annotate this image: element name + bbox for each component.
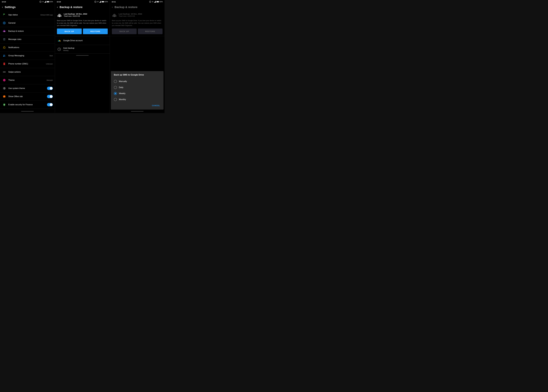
signal-icon [44,1,46,3]
svg-rect-4 [45,2,45,3]
option-daily[interactable]: Daily [114,84,161,91]
svg-rect-9 [47,1,49,2]
battery-icon-2 [102,1,105,2]
signal-icon-3 [154,1,156,3]
svg-point-21 [4,96,5,97]
svg-rect-14 [4,63,5,65]
total-size-2: Total size: 6328 KB [64,15,108,17]
battery-icon [47,1,49,2]
bell-icon [2,45,7,50]
backup-section-3: Last backup: 18 Dec, 2022 Total size: 63… [110,11,165,36]
option-weekly[interactable]: Weekly [114,91,161,97]
svg-rect-36 [154,2,155,3]
radio-monthly[interactable] [114,98,117,101]
gear-icon [2,21,7,25]
svg-rect-28 [101,1,101,3]
back-button-2[interactable]: ‹ [57,6,58,8]
group-messaging-badge: Bulk [49,55,53,57]
restore-button-3[interactable]: RESTORE [138,28,163,34]
half-circle-icon [2,86,7,91]
svg-rect-42 [157,1,159,2]
svg-point-2 [43,2,43,2]
sidebar-item-notifications[interactable]: Notifications [0,43,55,52]
clock-icon [57,47,62,51]
cloud-upload-icon [57,13,62,18]
total-size-3: Total size: 6328 KB [119,15,162,17]
backup-restore-header-3: ‹ Backup & restore [110,4,165,11]
google-drive-section[interactable]: Google Drive account [55,36,110,45]
svg-rect-8 [49,1,49,2]
dnd-icon-3 [149,1,151,3]
svg-point-15 [4,71,5,72]
use-system-theme-label: Use system theme [8,87,47,90]
show-offers-toggle[interactable] [47,95,53,98]
trash-icon [2,37,7,42]
phone-icon [2,62,7,66]
cancel-button[interactable]: CANCEL [151,104,161,108]
dnd-icon-2 [94,1,96,3]
back-button-3[interactable]: ‹ [112,6,113,8]
option-monthly-label: Monthly [119,98,126,101]
wifi-icon-2 [97,1,99,3]
sidebar-item-group-messaging[interactable]: Group Messaging Bulk [0,52,55,60]
battery-text-1: 92% [50,1,53,3]
svg-point-11 [4,55,4,56]
sidebar-item-enable-security[interactable]: Enable security for Finance [0,101,55,109]
backup-buttons-2: BACK UP RESTORE [57,28,108,34]
sidebar-item-message-rules[interactable]: Message rules [0,35,55,43]
sidebar-item-theme[interactable]: Theme Midnight [0,76,55,84]
enable-security-toggle[interactable] [47,103,53,106]
svg-point-19 [4,79,5,81]
option-manually[interactable]: Manually [114,78,161,84]
settings-header: ‹ Settings [0,4,55,11]
show-offers-tab-label: Show Offers tab [8,95,47,98]
last-backup-2: Last backup: 18 Dec, 2022 [64,13,108,15]
swipe-actions-label: Swipe actions [8,71,53,73]
sidebar-item-app-status[interactable]: App status Default SMS app [0,11,55,19]
wifi-icon-3 [152,1,154,3]
svg-point-10 [4,23,5,23]
theme-badge: Midnight [46,79,53,81]
backup-header-row-2: Last backup: 18 Dec, 2022 Total size: 63… [57,13,108,18]
dnd-icon [39,1,42,3]
settings-list: App status Default SMS app General Backu… [0,11,55,110]
sidebar-item-swipe-actions[interactable]: Swipe actions [0,68,55,76]
auto-backup-section[interactable]: Auto backup Weekly [55,45,110,54]
svg-point-12 [5,55,5,56]
radio-daily[interactable] [114,86,117,89]
svg-rect-30 [104,1,104,2]
time-1: 10:10 [2,1,6,3]
status-icons-2: 92% [94,1,108,3]
status-icons-1: 92% [39,1,53,3]
theme-label: Theme [8,79,46,81]
group-messaging-label: Group Messaging [8,55,49,57]
sidebar-item-show-offers-tab[interactable]: Show Offers tab [0,92,55,101]
status-bar-1: 10:10 92% [0,0,55,4]
sidebar-item-phone-number[interactable]: Phone number (SIM1) Unknown [0,60,55,68]
restore-button-2[interactable]: RESTORE [83,28,108,34]
message-rules-label: Message rules [8,38,53,41]
app-status-badge: Default SMS app [39,14,53,16]
backup-icon [2,29,7,33]
option-monthly[interactable]: Monthly [114,97,161,103]
backup-restore-dialog-panel: 10:11 92% ‹ Backup & restore [110,0,165,113]
radio-weekly[interactable] [114,92,117,95]
backup-button-2[interactable]: BACK UP [57,28,82,34]
svg-rect-38 [155,1,155,3]
home-indicator-2 [55,54,110,57]
time-3: 10:11 [112,1,116,3]
battery-icon-3 [156,1,159,2]
radio-manually[interactable] [114,80,117,83]
back-button-1[interactable]: ‹ [2,6,3,8]
backup-description-3: Back up your SMS to Google Drive. If you… [112,19,162,27]
use-system-theme-toggle[interactable] [47,87,53,90]
sidebar-item-general[interactable]: General [0,19,55,27]
backup-button-3[interactable]: BACK UP [112,28,137,34]
backup-restore-title-2: Backup & restore [60,6,83,9]
last-backup-3: Last backup: 18 Dec, 2022 [119,13,162,15]
auto-backup-label: Auto backup [63,47,74,49]
sidebar-item-use-system-theme[interactable]: Use system theme [0,84,55,92]
svg-point-35 [153,2,153,2]
sidebar-item-backup-restore[interactable]: Backup & restore [0,27,55,35]
home-indicator-1 [0,110,55,113]
